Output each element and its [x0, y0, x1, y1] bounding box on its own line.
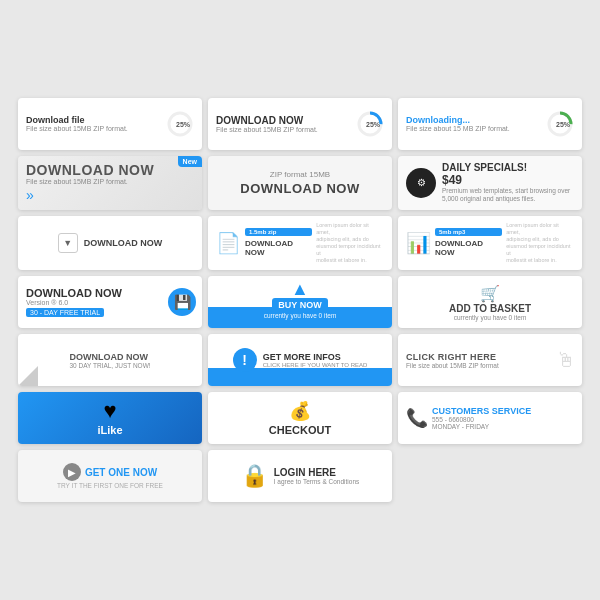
- customers-hours: MONDAY - FRIDAY: [432, 423, 531, 430]
- download-corner-card[interactable]: DOWNLOAD NOW 30 DAY TRIAL, JUST NOW!: [18, 334, 202, 386]
- info-sub-text: CLICK HERE IF YOU WANT TO READ: [263, 362, 368, 368]
- download-progress-card-2[interactable]: DOWNLOAD NOW File size about 15MB ZIP fo…: [208, 98, 392, 150]
- daily-specials-card[interactable]: ⚙ DAILY SPECIALS! $49 Premium web templa…: [398, 156, 582, 210]
- arrow-download-2[interactable]: 📄 1.5mb zip DOWNLOAD NOW Lorem ipsum dol…: [208, 216, 392, 271]
- download-now-card[interactable]: New DOWNLOAD NOW File size about 15MB ZI…: [18, 156, 202, 210]
- getone-text: GET ONE NOW: [85, 467, 157, 478]
- lock-icon: 🔒: [241, 463, 268, 489]
- card3-subtitle: File size about 15 MB ZIP format.: [406, 125, 510, 132]
- arrow-dl-text-3: DOWNLOAD NOW: [435, 239, 502, 257]
- getone-sub-text: TRY IT THE FIRST ONE FOR FREE: [57, 482, 163, 489]
- card1-subtitle: File size about 15MB ZIP format.: [26, 125, 128, 132]
- get-one-now-card[interactable]: ▶ GET ONE NOW TRY IT THE FIRST ONE FOR F…: [18, 450, 202, 502]
- card2-pct: 25%: [366, 120, 380, 127]
- login-sub-text: I agree to Terms & Conditions: [274, 478, 360, 485]
- zip-dl-text: DOWNLOAD NOW: [240, 181, 359, 196]
- info-text-3: Lorem ipsum dolor sit amet,adipiscing el…: [506, 222, 574, 265]
- checkout-icon: 💰: [289, 400, 311, 422]
- exclamation-icon: !: [233, 348, 257, 372]
- arrow-dl-text-1: DOWNLOAD NOW: [84, 238, 163, 248]
- dl-trial-main-1: DOWNLOAD NOW: [26, 287, 122, 299]
- customers-phone: 555 - 6660800: [432, 416, 531, 423]
- phone-icon: 📞: [406, 407, 428, 429]
- checkout-text: CHECKOUT: [269, 424, 331, 436]
- chevron-down-icon: »: [26, 187, 34, 203]
- ribbon-new: New: [178, 156, 202, 167]
- login-here-card[interactable]: 🔒 LOGIN HERE I agree to Terms & Conditio…: [208, 450, 392, 502]
- file-icon-3: 📊: [406, 231, 431, 255]
- main-container: Download file File size about 15MB ZIP f…: [10, 90, 590, 511]
- download-progress-card-3[interactable]: Downloading... File size about 15 MB ZIP…: [398, 98, 582, 150]
- click-right-here-card[interactable]: CLICK RIGHT HERE File size about 15MB ZI…: [398, 334, 582, 386]
- file-badge-3: 5mb mp3: [435, 228, 502, 236]
- disk-icon: 💾: [168, 288, 196, 316]
- arrow-dl-text-2: DOWNLOAD NOW: [245, 239, 312, 257]
- dl-trial-badge-1: 30 - DAY FREE TRIAL: [26, 308, 104, 317]
- dl-sub-text: File size about 15MB ZIP format.: [26, 178, 128, 185]
- click-main-text: CLICK RIGHT HERE: [406, 352, 496, 362]
- getone-arrow-icon: ▶: [63, 463, 81, 481]
- card1-title: Download file: [26, 115, 85, 125]
- arrow-down-icon[interactable]: ▼: [58, 233, 78, 253]
- click-sub-text: File size about 15MB ZIP format: [406, 362, 499, 369]
- arrow-download-3[interactable]: 📊 5mb mp3 DOWNLOAD NOW Lorem ipsum dolor…: [398, 216, 582, 271]
- info-text-2: Lorem ipsum dolor sit amet,adipiscing el…: [316, 222, 384, 265]
- get-more-infos-card[interactable]: ! GET MORE INFOS CLICK HERE IF YOU WANT …: [208, 334, 392, 386]
- card2-subtitle: File size about 15MB ZIP format.: [216, 126, 318, 133]
- info-main-text: GET MORE INFOS: [263, 352, 368, 362]
- download-trial-card-1[interactable]: DOWNLOAD NOW Version ® 6.0 30 - DAY FREE…: [18, 276, 202, 328]
- basket-main-text: ADD TO BASKET: [449, 303, 531, 314]
- card3-pct: 25%: [556, 120, 570, 127]
- customers-main: CUSTOMERS SERVICE: [432, 406, 531, 416]
- download-progress-card-1[interactable]: Download file File size about 15MB ZIP f…: [18, 98, 202, 150]
- checkout-card[interactable]: 💰 CHECKOUT: [208, 392, 392, 444]
- specials-sub: Premium web templates, start browsing ov…: [442, 187, 574, 204]
- buy-now-card[interactable]: ▲ BUY NOW currently you have 0 item: [208, 276, 392, 328]
- mouse-icon: 🖱: [556, 349, 576, 372]
- specials-price: $49: [442, 173, 574, 187]
- card1-pct: 25%: [176, 120, 190, 127]
- ilike-text: iLike: [97, 424, 122, 436]
- add-to-basket-card[interactable]: 🛒 ADD TO BASKET currently you have 0 ite…: [398, 276, 582, 328]
- heart-icon: ♥: [103, 400, 116, 422]
- card3-title: Downloading...: [406, 115, 470, 125]
- dl-version-1: Version ® 6.0: [26, 299, 68, 306]
- corner-fold-icon: [18, 366, 38, 386]
- login-main-text: LOGIN HERE: [274, 467, 360, 478]
- specials-title: DAILY SPECIALS!: [442, 162, 574, 173]
- buy-sub-text: currently you have 0 item: [264, 312, 337, 319]
- card2-title: DOWNLOAD NOW: [216, 115, 303, 126]
- buy-arrow-icon: ▲: [291, 280, 309, 298]
- specials-icon: ⚙: [406, 168, 436, 198]
- basket-sub-text: currently you have 0 item: [454, 314, 527, 321]
- file-icon-2: 📄: [216, 231, 241, 255]
- file-badge-2: 1.5mb zip: [245, 228, 312, 236]
- buy-now-tag: BUY NOW: [272, 298, 327, 312]
- basket-icon: 🛒: [480, 284, 500, 303]
- zip-format-label: ZIP format 15MB: [270, 170, 330, 179]
- zip-download-card[interactable]: ZIP format 15MB DOWNLOAD NOW: [208, 156, 392, 210]
- arrow-download-1[interactable]: ▼ DOWNLOAD NOW: [18, 216, 202, 271]
- dl-main-text: DOWNLOAD NOW: [26, 162, 154, 178]
- customers-service-card[interactable]: 📞 CUSTOMERS SERVICE 555 - 6660800 MONDAY…: [398, 392, 582, 444]
- corner-dl-main: DOWNLOAD NOW: [69, 352, 148, 362]
- ilike-card[interactable]: ♥ iLike: [18, 392, 202, 444]
- corner-dl-sub: 30 DAY TRIAL, JUST NOW!: [69, 362, 150, 369]
